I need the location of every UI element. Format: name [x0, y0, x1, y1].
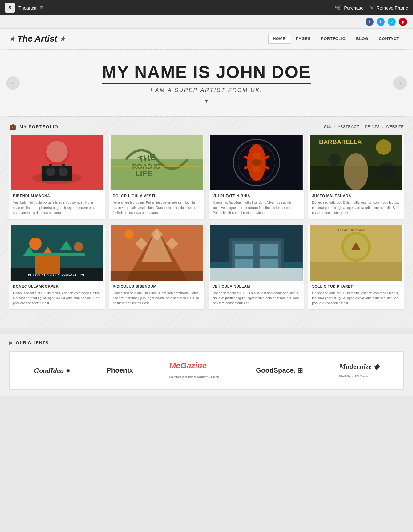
portfolio-item-text-2: Aenean eu leo quam. Pellen tesque ornare… — [113, 200, 201, 215]
portfolio-image-4: BARBARELLA — [308, 135, 404, 190]
svg-rect-48 — [111, 271, 203, 281]
cart-icon: 🛒 — [335, 4, 342, 11]
hamburger-icon[interactable]: ≡ — [40, 5, 43, 11]
portfolio-item-title-8: SOLLICITUD PHARET — [312, 284, 400, 289]
portfolio-info-7: VEHICULA NULLAM Donec sed odio dui. Duis… — [209, 281, 304, 310]
portfolio-info-2: DOLOR LIGULA VESTI Aenean eu leo quam. P… — [109, 190, 204, 219]
portfolio-item-5[interactable]: THE ESSENTIALS OF OCARINA OF TIME DONEC … — [9, 225, 105, 310]
portfolio-info-5: DONEC ULLAMCORPER Donec sed odio dui. Du… — [9, 281, 105, 310]
nav-portfolio[interactable]: PORTFOLIO — [316, 34, 350, 44]
twitter-icon[interactable]: t — [377, 18, 385, 26]
svg-rect-57 — [210, 268, 302, 281]
portfolio-image-5: THE ESSENTIALS OF OCARINA OF TIME — [9, 225, 105, 281]
site-logo-icon: S — [5, 3, 15, 13]
filter-website[interactable]: WEBSITE — [386, 124, 404, 129]
play-icon: ▶ — [9, 340, 13, 345]
svg-rect-7 — [49, 164, 52, 169]
portfolio-item-text-1: Vestibulum id ligula porta felis euismod… — [13, 200, 101, 215]
client-logo-goodspace: GoodSpace. ⊞ — [256, 366, 303, 374]
svg-point-47 — [124, 230, 134, 239]
portfolio-item-title-6: RIDICULUS BIBENDUM — [113, 284, 201, 289]
svg-rect-39 — [29, 253, 85, 256]
close-icon: ✕ — [370, 5, 374, 11]
portfolio-item-title-7: VEHICULA NULLAM — [213, 284, 301, 289]
portfolio-grid-row2: THE ESSENTIALS OF OCARINA OF TIME DONEC … — [9, 225, 404, 310]
portfolio-info-4: JUSTO MALESUADA Donec sed odio dui. Duis… — [308, 190, 404, 219]
svg-rect-15 — [111, 166, 203, 167]
svg-text:LIFE: LIFE — [135, 169, 152, 178]
hero-scroll-arrow: ▼ — [18, 98, 395, 104]
svg-rect-38 — [35, 256, 60, 274]
nav-home[interactable]: HOME — [268, 34, 290, 44]
portfolio-filters: ALL / ABSTRACT / PRINTS / WEBSITE — [324, 124, 404, 129]
portfolio-image-2: THE ROAD IS LIFE — [109, 135, 204, 190]
portfolio-image-8: A PLACE IN SPACE — [308, 225, 404, 281]
vimeo-icon[interactable]: v — [388, 18, 396, 26]
portfolio-image-1 — [9, 135, 105, 190]
nav-contact[interactable]: CONTACT — [374, 34, 404, 44]
portfolio-item-title-3: VULPUTATE NIBHIA — [213, 194, 301, 198]
hero-next-button[interactable]: › — [393, 76, 407, 90]
svg-text:BARBARELLA: BARBARELLA — [319, 138, 362, 145]
filter-prints[interactable]: PRINTS — [365, 124, 380, 129]
svg-rect-63 — [310, 262, 402, 281]
portfolio-item-text-6: Donec sed odio dui. Duis mollis, est non… — [113, 290, 201, 306]
purchase-button[interactable]: 🛒 Purchase — [335, 4, 363, 11]
svg-point-37 — [74, 242, 83, 251]
top-bar-left: S Theartist ≡ — [5, 3, 43, 13]
top-bar-site-name: Theartist — [18, 5, 36, 10]
svg-rect-53 — [235, 244, 253, 256]
client-logo-megazine: MeGazinePremium WordPress Magazine Theme — [169, 361, 220, 380]
portfolio-image-7 — [209, 225, 304, 281]
social-bar: f t v p — [0, 15, 413, 29]
portfolio-title: 💼 MY PORTFOLIO — [9, 123, 58, 130]
portfolio-image-3 — [209, 135, 304, 190]
filter-all[interactable]: ALL — [324, 124, 331, 129]
clients-section: ▶ OUR CLIENTS GoodIdea ● Phoenix MeGazin… — [0, 334, 413, 396]
portfolio-item-1[interactable]: BIBENDUM MAGNA Vestibulum id ligula port… — [9, 135, 105, 219]
clients-title: ▶ OUR CLIENTS — [9, 340, 404, 345]
remove-frame-button[interactable]: ✕ Remove Frame — [370, 5, 408, 11]
portfolio-info-3: VULPUTATE NIBHIA Maecenas faucibus molli… — [209, 190, 304, 219]
portfolio-item-7[interactable]: VEHICULA NULLAM Donec sed odio dui. Duis… — [209, 225, 304, 310]
portfolio-item-title-4: JUSTO MALESUADA — [312, 194, 400, 198]
client-logo-phoenix: Phoenix — [107, 366, 133, 374]
portfolio-item-title-2: DOLOR LIGULA VESTI — [113, 194, 201, 198]
portfolio-info-8: SOLLICITUD PHARET Donec sed odio dui. Du… — [308, 281, 404, 310]
portfolio-item-3[interactable]: VULPUTATE NIBHIA Maecenas faucibus molli… — [209, 135, 304, 219]
pinterest-icon[interactable]: p — [399, 18, 407, 26]
hero-section: ‹ MY NAME IS JOHN DOE I AM A SUPER ARTIS… — [0, 50, 413, 116]
portfolio-item-text-8: Donec sed odio dui. Duis mollis, est non… — [312, 290, 400, 306]
portfolio-grid-row1: BIBENDUM MAGNA Vestibulum id ligula port… — [9, 135, 404, 219]
portfolio-item-2[interactable]: THE ROAD IS LIFE DOLOR LIGULA VESTI Aene… — [109, 135, 204, 219]
portfolio-item-text-5: Donec sed odio dui. Duis mollis, est non… — [13, 290, 101, 306]
briefcase-icon: 💼 — [9, 123, 16, 130]
svg-point-33 — [29, 238, 42, 250]
client-logo-goodidea: GoodIdea ● — [34, 366, 70, 375]
portfolio-item-text-7: Donec sed odio dui. Duis mollis, est non… — [213, 290, 301, 306]
filter-abstract[interactable]: ABSTRACT — [338, 124, 359, 129]
hero-prev-button[interactable]: ‹ — [6, 76, 20, 90]
svg-point-26 — [376, 139, 391, 155]
portfolio-info-6: RIDICULUS BIBENDUM Donec sed odio dui. D… — [109, 281, 204, 310]
facebook-icon[interactable]: f — [366, 18, 374, 26]
top-bar: S Theartist ≡ 🛒 Purchase ✕ Remove Frame — [0, 0, 413, 15]
portfolio-item-title-5: DONEC ULLAMCORPER — [13, 284, 101, 289]
svg-rect-4 — [42, 166, 72, 181]
nav-pages[interactable]: PAGES — [291, 34, 315, 44]
portfolio-item-8[interactable]: A PLACE IN SPACE SOLLICITUD PHARET Donec… — [308, 225, 404, 310]
svg-rect-56 — [259, 259, 278, 268]
portfolio-item-4[interactable]: BARBARELLA JUSTO MALESUADA Donec sed odi… — [308, 135, 404, 219]
svg-rect-55 — [235, 259, 253, 268]
portfolio-header: 💼 MY PORTFOLIO ALL / ABSTRACT / PRINTS /… — [9, 123, 404, 130]
svg-point-29 — [328, 153, 341, 166]
svg-point-30 — [378, 162, 396, 181]
client-logo-modernize: Modernize ◆Flexibility of WP Theme — [339, 362, 379, 379]
portfolio-item-text-3: Maecenas faucibus mollis interdum. Vivam… — [213, 200, 301, 215]
main-nav: HOME PAGES PORTFOLIO BLOG CONTACT — [268, 34, 404, 44]
portfolio-item-6[interactable]: RIDICULUS BIBENDUM Donec sed odio dui. D… — [109, 225, 204, 310]
portfolio-info-1: BIBENDUM MAGNA Vestibulum id ligula port… — [9, 190, 105, 219]
svg-point-2 — [46, 141, 68, 162]
svg-text:THE ESSENTIALS OF OCARINA OF T: THE ESSENTIALS OF OCARINA OF TIME — [26, 273, 85, 277]
nav-blog[interactable]: BLOG — [351, 34, 373, 44]
